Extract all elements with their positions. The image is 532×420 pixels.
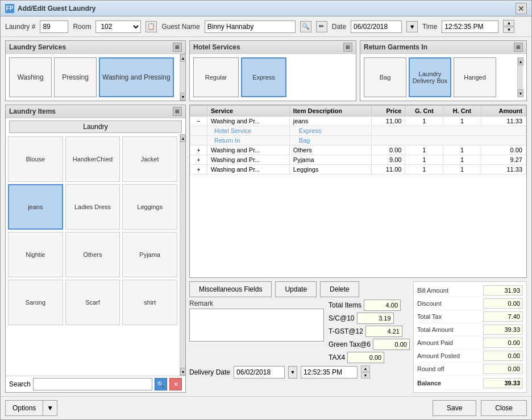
time-input[interactable] bbox=[442, 20, 498, 33]
delivery-time-down-icon[interactable]: ▼ bbox=[361, 372, 370, 379]
expand-col[interactable]: + bbox=[190, 145, 207, 155]
hotel-express[interactable]: Express bbox=[241, 57, 286, 97]
bill-amount-input[interactable] bbox=[483, 285, 523, 296]
total-tax-input[interactable] bbox=[483, 311, 523, 322]
green-input[interactable] bbox=[373, 339, 410, 350]
time-label: Time bbox=[422, 23, 437, 31]
tgst-input[interactable] bbox=[365, 326, 402, 337]
item-blouse[interactable]: Blouse bbox=[8, 136, 63, 182]
item-ladies-dress[interactable]: Ladies Dress bbox=[65, 184, 120, 230]
return-garments-config-icon[interactable]: ⊞ bbox=[514, 43, 523, 52]
expand-col[interactable]: + bbox=[190, 155, 207, 165]
item-pyjama[interactable]: Pyjama bbox=[122, 232, 177, 277]
expand-col[interactable]: − bbox=[190, 117, 207, 126]
remark-label: Remark bbox=[189, 300, 324, 307]
time-up-icon[interactable]: ▲ bbox=[503, 20, 514, 26]
item-scarf[interactable]: Scarf bbox=[65, 280, 120, 325]
amount-paid-input[interactable] bbox=[483, 338, 523, 348]
laundry-num-input[interactable] bbox=[40, 20, 68, 33]
item-leggings[interactable]: Leggings bbox=[122, 184, 177, 230]
room-select[interactable]: 102 bbox=[95, 20, 141, 33]
discount-input[interactable] bbox=[483, 298, 523, 309]
footer: Options ▼ Save Close bbox=[1, 396, 531, 419]
table-row[interactable]: − Washing and Pr... jeans 11.00 1 1 11.3… bbox=[190, 117, 526, 126]
return-scrollbar: ▲ ▼ bbox=[517, 57, 523, 97]
sub-value: Bag bbox=[289, 136, 372, 145]
close-button[interactable]: Close bbox=[481, 400, 527, 416]
delivery-date-input[interactable] bbox=[234, 366, 285, 379]
delivery-time-input[interactable] bbox=[301, 366, 358, 379]
total-amount-row: Total Amount bbox=[417, 323, 523, 336]
footer-buttons: Save Close bbox=[433, 400, 527, 416]
balance-input[interactable] bbox=[483, 378, 523, 388]
expand-col[interactable]: + bbox=[190, 165, 207, 174]
date-picker-icon[interactable]: ▼ bbox=[406, 21, 418, 32]
search-button[interactable]: 🔍 bbox=[155, 378, 167, 390]
service-washing-pressing[interactable]: Washing and Pressing bbox=[99, 57, 174, 97]
delivery-date-picker-icon[interactable]: ▼ bbox=[288, 366, 297, 379]
sc-row: S/C@10 bbox=[329, 313, 410, 324]
table-row[interactable]: + Washing and Pr... Leggings 11.00 1 1 1… bbox=[190, 165, 526, 174]
desc-col: Pyjama bbox=[289, 155, 372, 165]
laundry-services-header: Laundry Services ⊞ bbox=[6, 41, 185, 54]
return-delivery-box[interactable]: Laundry Delivery Box bbox=[409, 57, 451, 97]
items-scroll-down[interactable]: ▼ bbox=[180, 368, 185, 376]
total-items-input[interactable] bbox=[364, 300, 401, 311]
delivery-time-up-icon[interactable]: ▲ bbox=[361, 365, 370, 372]
window-close-button[interactable]: ✕ bbox=[516, 3, 527, 14]
hotel-services-config-icon[interactable]: ⊞ bbox=[343, 43, 352, 52]
save-button[interactable]: Save bbox=[433, 400, 476, 416]
laundry-services-icon[interactable]: ⊞ bbox=[173, 43, 182, 52]
search-clear-button[interactable]: ✕ bbox=[169, 378, 182, 390]
top-panels-row: Hotel Services ⊞ Regular Express Return … bbox=[189, 40, 527, 101]
update-button[interactable]: Update bbox=[275, 281, 317, 297]
search-bar: Search 🔍 ✕ bbox=[6, 376, 185, 392]
hotel-regular[interactable]: Regular bbox=[193, 57, 239, 97]
round-off-input[interactable] bbox=[483, 364, 523, 374]
amount-posted-row: Amount Posted bbox=[417, 350, 523, 363]
laundry-items-config-icon[interactable]: ⊞ bbox=[173, 107, 182, 116]
discount-row: Discount bbox=[417, 297, 523, 310]
services-scroll-up[interactable]: ▲ bbox=[180, 54, 186, 62]
options-arrow-button[interactable]: ▼ bbox=[43, 400, 57, 416]
return-hanged[interactable]: Hanged bbox=[454, 57, 496, 97]
return-scroll-down[interactable]: ▼ bbox=[518, 89, 523, 97]
item-sarong[interactable]: Sarong bbox=[8, 280, 63, 325]
time-down-icon[interactable]: ▼ bbox=[503, 27, 514, 33]
date-input[interactable] bbox=[351, 20, 402, 33]
sc-input[interactable] bbox=[357, 313, 394, 324]
table-row[interactable]: + Washing and Pr... Others 0.00 1 1 0.00 bbox=[190, 145, 526, 155]
search-input[interactable] bbox=[33, 378, 152, 390]
guest-edit-icon[interactable]: ✏ bbox=[316, 21, 327, 32]
col-service-name: Service bbox=[207, 106, 290, 117]
item-others[interactable]: Others bbox=[65, 232, 120, 277]
item-handkerchief[interactable]: HandkerChied bbox=[65, 136, 120, 182]
item-jeans[interactable]: jeans bbox=[8, 184, 63, 230]
misc-fields-button[interactable]: Miscellaneous Fields bbox=[189, 281, 272, 297]
table-row[interactable]: + Washing and Pr... Pyjama 9.00 1 1 9.27 bbox=[190, 155, 526, 165]
total-items-row: Total Items bbox=[329, 300, 410, 311]
remark-textarea[interactable] bbox=[189, 309, 324, 342]
laundry-filter-input[interactable] bbox=[9, 120, 182, 133]
tax4-input[interactable] bbox=[347, 352, 384, 363]
service-washing[interactable]: Washing bbox=[9, 57, 52, 97]
amount-posted-input[interactable] bbox=[483, 351, 523, 361]
item-shirt[interactable]: shirt bbox=[122, 280, 177, 325]
items-scroll-up[interactable]: ▲ bbox=[180, 134, 185, 142]
service-col: Washing and Pr... bbox=[207, 165, 290, 174]
search-label: Search bbox=[9, 380, 31, 388]
options-button[interactable]: Options bbox=[5, 400, 43, 416]
total-amount-input[interactable] bbox=[483, 325, 523, 335]
guest-name-input[interactable] bbox=[205, 20, 296, 33]
guest-search-icon[interactable]: 🔍 bbox=[300, 21, 311, 32]
delete-button[interactable]: Delete bbox=[320, 281, 359, 297]
return-scroll-up[interactable]: ▲ bbox=[518, 57, 523, 65]
delivery-section: Delivery Date ▼ ▲ ▼ bbox=[189, 365, 410, 379]
room-edit-icon[interactable]: 📋 bbox=[146, 21, 157, 32]
service-pressing[interactable]: Pressing bbox=[54, 57, 97, 97]
services-scroll-down[interactable]: ▼ bbox=[180, 93, 186, 101]
item-jacket[interactable]: Jacket bbox=[122, 136, 177, 182]
item-nightie[interactable]: Nightie bbox=[8, 232, 63, 277]
return-bag[interactable]: Bag bbox=[364, 57, 406, 97]
order-table-element: Service Item Description Price G. Cnt H.… bbox=[190, 105, 526, 174]
